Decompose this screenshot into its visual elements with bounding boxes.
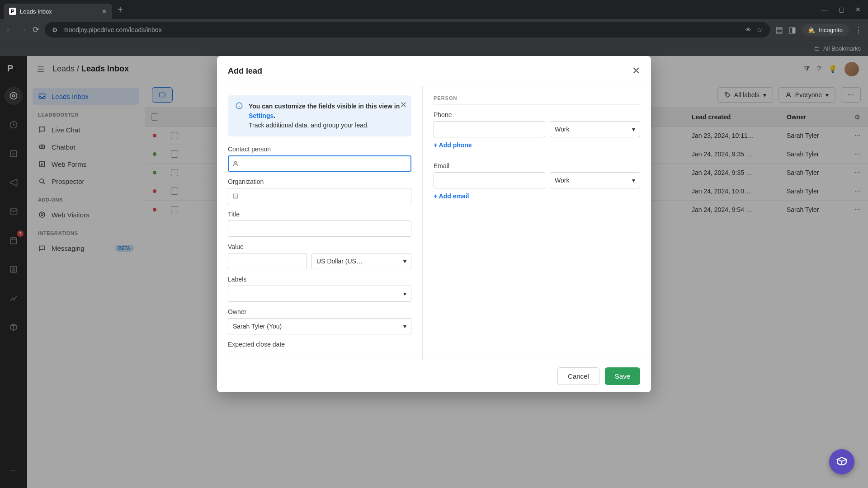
chevron-down-icon: ▾ [632,126,635,133]
tab-close-icon[interactable]: ✕ [102,8,107,15]
info-text: You can customize the fields visible in … [249,102,404,130]
labels-select[interactable]: ▾ [228,286,411,302]
field-label: Organization [228,178,411,185]
help-fab[interactable] [829,449,854,474]
browser-menu-icon[interactable]: ⋮ [854,25,863,35]
currency-select[interactable]: US Dollar (US… ▾ [311,253,411,269]
info-text-part: You can customize the fields visible in … [249,103,400,110]
folder-icon: 🗀 [814,45,820,52]
save-button[interactable]: Save [605,367,640,385]
phone-input[interactable] [434,121,545,137]
tab-title: Leads Inbox [20,8,52,15]
modal-title: Add lead [228,66,262,76]
reload-icon[interactable]: ⟳ [33,25,39,35]
field-label: Email [434,162,640,169]
add-lead-modal: Add lead ✕ You can customize the fields … [217,56,651,392]
select-value: Work [555,177,569,184]
back-icon[interactable]: ← [5,25,14,35]
owner-select[interactable]: Sarah Tyler (You) ▾ [228,318,411,334]
contact-person-input[interactable] [228,155,411,172]
field-label: Expected close date [228,341,411,348]
section-label: PERSON [434,95,640,105]
chevron-down-icon: ▾ [632,177,635,184]
field-label: Contact person [228,145,411,153]
title-input[interactable] [228,221,411,237]
url-text: moodjoy.pipedrive.com/leads/inbox [63,26,740,33]
chevron-down-icon: ▾ [403,258,406,265]
browser-tab-strip: P Leads Inbox ✕ + — ▢ ✕ [0,0,868,19]
site-settings-icon[interactable]: ⚙ [52,26,58,33]
organization-input[interactable] [228,188,411,204]
value-input[interactable] [228,253,307,269]
banner-close-icon[interactable]: ✕ [400,100,407,110]
select-value: Sarah Tyler (You) [233,323,282,330]
maximize-icon[interactable]: ▢ [839,6,844,13]
incognito-label: Incognito [819,27,843,33]
new-tab-button[interactable]: + [112,5,128,15]
cancel-button[interactable]: Cancel [557,367,599,385]
modal-right-panel: PERSON Phone Work ▾ + Add phone Email Wo… [423,86,651,360]
svg-rect-21 [234,194,237,198]
email-input[interactable] [434,172,545,188]
info-banner: You can customize the fields visible in … [228,95,411,136]
visibility-icon[interactable]: 👁 [745,26,751,33]
select-value: Work [555,126,569,133]
field-label: Value [228,243,411,250]
field-label: Phone [434,111,640,118]
field-label: Title [228,211,411,218]
bookmark-star-icon[interactable]: ☆ [757,26,763,33]
minimize-icon[interactable]: — [821,6,828,13]
chevron-down-icon: ▾ [403,290,406,297]
settings-link[interactable]: Settings [249,112,274,119]
close-window-icon[interactable]: ✕ [855,6,861,13]
modal-header: Add lead ✕ [217,56,651,86]
close-icon[interactable]: ✕ [632,65,640,77]
browser-tab[interactable]: P Leads Inbox ✕ [4,4,112,19]
field-label: Labels [228,276,411,283]
incognito-icon: 🕵 [808,27,815,33]
add-phone-link[interactable]: + Add phone [434,141,472,149]
modal-footer: Cancel Save [217,360,651,392]
phone-type-select[interactable]: Work ▾ [550,121,640,137]
select-value: US Dollar (US… [316,258,363,265]
bookmarks-bar: 🗀 All Bookmarks [0,41,868,56]
person-icon [232,160,239,167]
info-text-part: . [274,112,275,119]
svg-point-20 [235,161,237,164]
all-bookmarks[interactable]: All Bookmarks [823,45,861,52]
forward-icon: → [19,25,27,35]
info-text-part: Track additional data, and group your le… [249,122,369,129]
info-icon [235,102,243,130]
panel-icon[interactable]: ◨ [788,25,796,35]
field-label: Owner [228,308,411,315]
email-type-select[interactable]: Work ▾ [550,172,640,188]
incognito-badge: 🕵 Incognito [802,24,849,36]
add-email-link[interactable]: + Add email [434,192,469,200]
playlist-icon[interactable]: ▤ [775,25,783,35]
chevron-down-icon: ▾ [403,323,406,330]
favicon: P [9,8,16,15]
url-bar[interactable]: ⚙ moodjoy.pipedrive.com/leads/inbox 👁 ☆ [45,22,770,38]
building-icon [232,193,239,199]
browser-toolbar: ← → ⟳ ⚙ moodjoy.pipedrive.com/leads/inbo… [0,19,868,41]
window-controls: — ▢ ✕ [821,6,864,13]
modal-left-panel: You can customize the fields visible in … [217,86,423,360]
